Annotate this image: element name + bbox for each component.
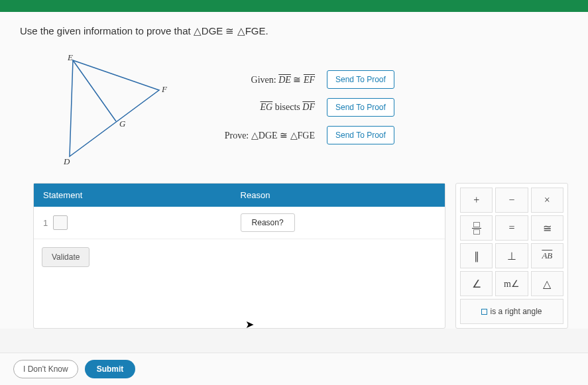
palette-measure-angle[interactable]: m∠ <box>495 271 528 296</box>
validate-row: Validate <box>34 239 445 328</box>
given-row-3: Prove: △DGE ≅ △FGE Send To Proof <box>192 126 394 144</box>
palette-congruent[interactable]: ≅ <box>531 215 563 241</box>
palette-plus[interactable]: + <box>460 188 493 213</box>
proof-table-header: Statement Reason <box>34 184 445 207</box>
palette-fraction[interactable] <box>460 215 493 241</box>
givens-list: Given: DE ≅ EF Send To Proof EG bisects … <box>192 54 394 144</box>
reason-cell-1: Reason? <box>231 207 445 239</box>
vertex-e-label: E <box>68 52 73 63</box>
given-2-text: EG bisects DF <box>192 102 315 113</box>
problem-area: E F G D Given: DE ≅ EF Send To Proof EG … <box>20 54 568 166</box>
given-row-2: EG bisects DF Send To Proof <box>192 98 394 117</box>
statement-cell-1: 1 <box>34 207 231 239</box>
vertex-g-label: G <box>119 119 125 129</box>
bottom-bar: I Don't Know Submit <box>0 353 588 385</box>
palette-perpendicular[interactable]: ⊥ <box>495 243 528 268</box>
proof-row-1: 1 Reason? <box>34 207 445 239</box>
palette-triangle[interactable]: △ <box>531 271 563 296</box>
statement-input-1[interactable] <box>53 215 68 230</box>
prove-text: Prove: △DGE ≅ △FGE <box>192 130 315 141</box>
reason-button-1[interactable]: Reason? <box>241 213 295 232</box>
validate-button[interactable]: Validate <box>42 247 89 267</box>
top-accent-bar <box>0 0 588 12</box>
palette-angle[interactable]: ∠ <box>460 271 493 296</box>
palette-times[interactable]: × <box>531 188 563 213</box>
proof-section: Statement Reason 1 Reason? Validate + − <box>20 183 568 329</box>
given-1-text: Given: DE ≅ EF <box>192 74 315 85</box>
send-to-proof-button-3[interactable]: Send To Proof <box>327 126 394 144</box>
symbol-palette: + − × = ≅ ∥ ⊥ AB ∠ m∠ △ is a right angle <box>455 183 568 329</box>
vertex-d-label: D <box>64 156 70 167</box>
instruction-text: Use the given information to prove that … <box>20 25 568 37</box>
triangle-diagram: E F G D <box>53 54 172 166</box>
svg-line-1 <box>73 60 116 121</box>
header-reason: Reason <box>231 184 445 207</box>
send-to-proof-button-2[interactable]: Send To Proof <box>327 98 394 117</box>
palette-minus[interactable]: − <box>495 188 528 213</box>
palette-equals[interactable]: = <box>495 215 528 241</box>
palette-right-angle[interactable]: is a right angle <box>460 299 563 324</box>
i-dont-know-button[interactable]: I Don't Know <box>13 360 78 378</box>
given-row-1: Given: DE ≅ EF Send To Proof <box>192 70 394 89</box>
palette-segment[interactable]: AB <box>531 243 563 268</box>
proof-table: Statement Reason 1 Reason? Validate <box>33 183 445 329</box>
submit-button[interactable]: Submit <box>85 360 136 378</box>
send-to-proof-button-1[interactable]: Send To Proof <box>327 70 394 89</box>
row-number-1: 1 <box>43 218 48 228</box>
main-content: Use the given information to prove that … <box>0 12 588 329</box>
palette-parallel[interactable]: ∥ <box>460 243 493 268</box>
header-statement: Statement <box>34 184 231 207</box>
vertex-f-label: F <box>162 84 167 95</box>
